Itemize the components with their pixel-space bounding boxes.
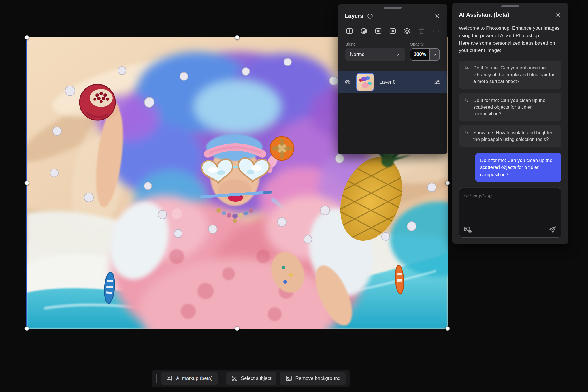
suggestion-chip[interactable]: Do it for me: Can you clean up the scatt… bbox=[459, 93, 561, 121]
add-image-icon[interactable] bbox=[464, 226, 472, 234]
layer-mask-icon[interactable] bbox=[374, 27, 382, 35]
opacity-label: Opacity bbox=[410, 42, 440, 46]
info-icon[interactable] bbox=[367, 13, 373, 19]
remove-background-icon bbox=[285, 375, 292, 382]
layers-panel-title: Layers bbox=[345, 13, 363, 19]
taskbar-drag-handle[interactable] bbox=[156, 374, 157, 383]
suggestion-chip[interactable]: Show me: How to isolate and brighten the… bbox=[459, 125, 561, 147]
layer-options-sliders-icon[interactable] bbox=[434, 78, 441, 86]
blend-mode-value: Normal bbox=[350, 52, 366, 57]
layer-name: Layer 0 bbox=[379, 79, 428, 85]
opacity-value: 100% bbox=[410, 49, 429, 60]
blend-mode-select[interactable]: Normal bbox=[345, 48, 405, 61]
close-icon[interactable] bbox=[434, 13, 440, 19]
select-subject-label: Select subject bbox=[241, 376, 272, 381]
send-icon[interactable] bbox=[549, 226, 557, 234]
opacity-select[interactable]: 100% bbox=[410, 48, 440, 61]
reply-arrow-icon bbox=[463, 130, 470, 136]
welcome-text: Welcome to Photoshop! Enhance your image… bbox=[459, 24, 561, 54]
transform-handle-bottom-center[interactable] bbox=[235, 327, 240, 331]
blend-label: Blend bbox=[345, 42, 356, 46]
layer-thumbnail[interactable] bbox=[356, 73, 374, 91]
layer-row[interactable]: Layer 0 bbox=[338, 71, 447, 93]
vector-mask-icon[interactable] bbox=[389, 27, 397, 35]
suggestion-text: Do it for me: Can you clean up the scatt… bbox=[473, 97, 557, 117]
transform-handle-top-left[interactable] bbox=[25, 35, 29, 40]
select-subject-button[interactable]: Select subject bbox=[226, 372, 277, 385]
add-layer-icon[interactable] bbox=[345, 27, 353, 35]
ai-markup-button[interactable]: AI markup (beta) bbox=[161, 372, 218, 385]
ai-markup-icon bbox=[166, 375, 173, 382]
layers-panel: Layers bbox=[338, 4, 447, 154]
suggestion-chip[interactable]: Do it for me: Can you enhance the vibran… bbox=[459, 61, 561, 89]
ask-input[interactable] bbox=[459, 188, 561, 220]
delete-layer-icon bbox=[417, 27, 425, 35]
visibility-eye-icon[interactable] bbox=[344, 79, 351, 86]
user-message-bubble: Do it for me: Can you clean up the scatt… bbox=[475, 153, 561, 182]
prompt-input-box bbox=[459, 188, 561, 238]
panel-drag-handle[interactable] bbox=[501, 5, 519, 7]
welcome-line-2: Here are some personalized ideas based o… bbox=[459, 39, 561, 54]
adjustment-layer-icon[interactable] bbox=[360, 27, 368, 35]
reply-arrow-icon bbox=[463, 65, 470, 71]
ai-assistant-panel: AI Assistant (beta) Welcome to Photoshop… bbox=[452, 3, 568, 244]
transform-handle-bottom-right[interactable] bbox=[446, 327, 450, 331]
toolbar-divider bbox=[222, 374, 222, 383]
chevron-down-icon bbox=[429, 49, 439, 60]
layer-list: Layer 0 bbox=[338, 71, 447, 154]
more-options-icon[interactable] bbox=[432, 27, 440, 35]
ai-panel-title: AI Assistant (beta) bbox=[459, 12, 509, 18]
suggestion-text: Do it for me: Can you enhance the vibran… bbox=[473, 65, 557, 85]
transform-handle-left-middle[interactable] bbox=[25, 181, 29, 185]
suggestion-list: Do it for me: Can you enhance the vibran… bbox=[459, 61, 561, 147]
remove-background-button[interactable]: Remove background bbox=[280, 372, 346, 385]
transform-handle-right-middle[interactable] bbox=[446, 181, 450, 185]
remove-background-label: Remove background bbox=[295, 376, 340, 381]
reply-arrow-icon bbox=[463, 97, 470, 104]
welcome-line-1: Welcome to Photoshop! Enhance your image… bbox=[459, 24, 561, 39]
ai-markup-label: AI markup (beta) bbox=[176, 376, 213, 381]
contextual-taskbar: AI markup (beta) Select subject Remove b… bbox=[152, 370, 350, 387]
close-icon[interactable] bbox=[555, 12, 561, 18]
transform-handle-top-center[interactable] bbox=[235, 35, 240, 40]
chevron-down-icon bbox=[395, 52, 401, 57]
select-subject-icon bbox=[231, 375, 238, 382]
transform-handle-bottom-left[interactable] bbox=[25, 327, 29, 331]
suggestion-text: Show me: How to isolate and brighten the… bbox=[473, 129, 557, 143]
panel-drag-handle[interactable] bbox=[384, 7, 402, 9]
group-layers-icon[interactable] bbox=[403, 27, 411, 35]
